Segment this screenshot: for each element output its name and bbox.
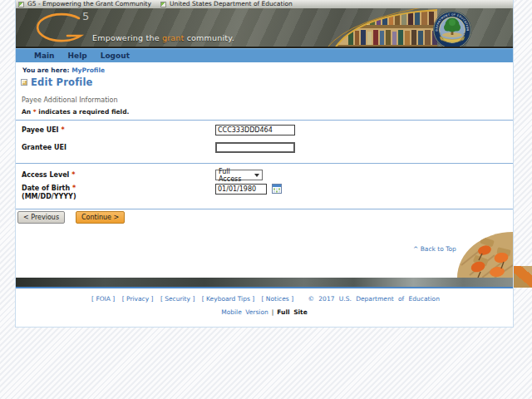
bracket: ] xyxy=(192,295,195,303)
bracket: [ xyxy=(262,295,264,303)
footer-link-foia[interactable]: [ FOIA ] xyxy=(91,295,115,303)
dropdown-arrow-icon xyxy=(254,174,259,177)
desktop-background: { "title_bar": { "items": ["G5 - Empower… xyxy=(0,0,532,399)
breadcrumb-myprofile-link[interactable]: MyProfile xyxy=(71,66,105,74)
window-title-g5: G5 - Empowering the Grant Community xyxy=(27,0,151,8)
nav-logout[interactable]: Logout xyxy=(101,52,130,60)
bracket: [ xyxy=(122,295,125,303)
tagline-pre: Empowering the xyxy=(92,33,162,42)
classroom-chairs-image xyxy=(457,232,513,278)
window-title-ed: United States Department of Education xyxy=(170,0,293,8)
continue-button[interactable]: Continue > xyxy=(76,211,125,224)
access-level-required-star: * xyxy=(71,171,75,179)
nav-main[interactable]: Main xyxy=(34,52,55,60)
payee-uei-required-star: * xyxy=(61,126,64,134)
g5-application-window: G5 - Empowering the Grant Community Unit… xyxy=(15,0,514,328)
bracket: ] xyxy=(291,295,293,303)
copyright-text: © 2017 U.S. Department of Education xyxy=(308,295,439,303)
g5-logo: 5 xyxy=(26,9,99,47)
g5-favicon-icon xyxy=(18,2,24,7)
footer-link-security[interactable]: [ Security ] xyxy=(160,295,195,303)
date-format-hint: (MM/DD/YYYY) xyxy=(22,193,76,200)
divider-line xyxy=(16,120,513,121)
access-level-label: Access Level * xyxy=(22,171,75,179)
divider-line xyxy=(16,163,513,164)
window-title-strip: G5 - Empowering the Grant Community Unit… xyxy=(16,0,513,8)
education-seal: DEPARTMENT OF EDUCATION UNITED STATES OF… xyxy=(433,11,471,48)
g5-banner: 5 Empowering the grant community. xyxy=(16,8,513,48)
footer-link-notices[interactable]: [ Notices ] xyxy=(262,295,294,303)
access-level-select[interactable]: Full Access xyxy=(215,170,263,180)
dob-label-text: Date of Birth xyxy=(22,185,70,192)
banner-tagline: Empowering the grant community. xyxy=(92,33,234,42)
bracket: ] xyxy=(151,295,154,303)
previous-button[interactable]: < Previous xyxy=(17,211,65,224)
section-title: Payee Additional Information xyxy=(22,96,118,104)
footer-link-label[interactable]: Privacy xyxy=(126,295,149,303)
footer-blue-rule xyxy=(16,287,513,288)
breadcrumb: You are here: MyProfile xyxy=(22,66,105,74)
footer-image-band xyxy=(16,278,513,287)
back-to-top-link[interactable]: ^ Back to Top xyxy=(413,245,456,253)
breadcrumb-prefix: You are here: xyxy=(22,66,70,74)
bracket: [ xyxy=(91,295,94,303)
date-of-birth-input[interactable] xyxy=(215,184,267,195)
logo-number: 5 xyxy=(82,10,89,22)
access-level-label-text: Access Level xyxy=(22,171,69,179)
tagline-post: community. xyxy=(184,33,234,42)
nav-help[interactable]: Help xyxy=(68,52,87,60)
footer-links-row: [ FOIA ] [ Privacy ] [ Security ] [ Keyb… xyxy=(16,295,513,303)
footer-link-keyboard-tips[interactable]: [ Keyboard Tips ] xyxy=(202,295,254,303)
bracket: ] xyxy=(252,295,254,303)
ed-favicon-icon xyxy=(160,2,166,7)
required-field-note: An * indicates a required field. xyxy=(22,108,129,116)
main-navigation-bar: Main Help Logout xyxy=(16,48,513,62)
bracket: [ xyxy=(160,295,163,303)
full-site-label: Full Site xyxy=(277,308,308,316)
date-of-birth-label: Date of Birth * xyxy=(22,185,76,192)
grantee-uei-label: Grantee UEI xyxy=(22,144,66,151)
bracket: [ xyxy=(202,295,204,303)
calendar-picker-icon[interactable] xyxy=(272,184,282,194)
footer-link-label[interactable]: Notices xyxy=(266,295,289,303)
footer-divider: | xyxy=(272,308,274,316)
divider-line xyxy=(16,209,513,209)
dob-required-star: * xyxy=(72,185,76,192)
payee-uei-input[interactable] xyxy=(215,125,295,135)
payee-uei-label-text: Payee UEI xyxy=(22,126,59,134)
grantee-uei-input[interactable] xyxy=(215,142,295,153)
footer-link-privacy[interactable]: [ Privacy ] xyxy=(122,295,154,303)
footer-link-label[interactable]: Security xyxy=(165,295,190,303)
mobile-version-link[interactable]: Mobile Version xyxy=(221,308,268,316)
footer-site-mode-row: Mobile Version|Full Site xyxy=(16,308,513,316)
note-pre: An xyxy=(22,108,33,116)
footer-link-label[interactable]: Keyboard Tips xyxy=(206,295,250,303)
footer-link-label[interactable]: FOIA xyxy=(96,295,111,303)
access-level-selected-value: Full Access xyxy=(219,168,254,183)
bookshelf-image xyxy=(308,8,437,48)
page-title-row: Edit Profile xyxy=(21,76,93,88)
payee-uei-label: Payee UEI * xyxy=(22,126,65,134)
background-corner-image xyxy=(514,266,532,288)
note-post: indicates a required field. xyxy=(37,108,130,116)
edit-profile-bullet-icon xyxy=(21,79,27,86)
bracket: ] xyxy=(112,295,115,303)
page-title: Edit Profile xyxy=(31,76,93,88)
tagline-highlight: grant xyxy=(162,33,185,42)
